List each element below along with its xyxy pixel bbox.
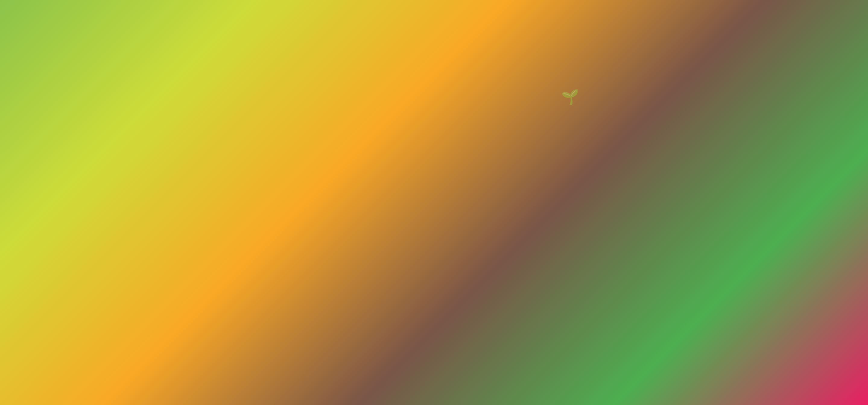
event-card: 🌱 Fri, Oct 10, 2025, 11:00 AM - Fri, Oct… — [495, 67, 645, 182]
events-grid: Sun, Sep 07, 2023, 11:00 AM - Sun, Sep 0… — [339, 6, 645, 182]
main-content: Sun, Sep 07, 2023, 11:00 AM - Sun, Sep 0… — [339, 6, 645, 204]
event-image-garden: 🌱 — [495, 67, 645, 127]
